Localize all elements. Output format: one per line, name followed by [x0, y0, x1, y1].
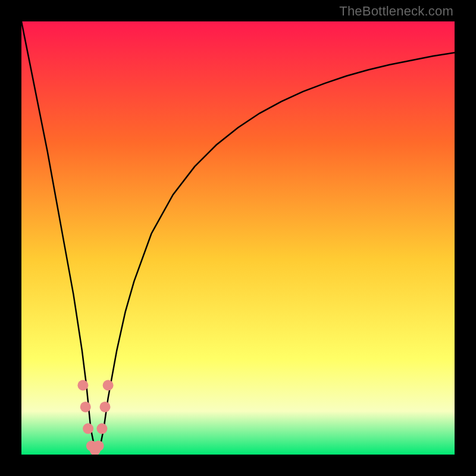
chart-area — [21, 21, 455, 455]
curve-marker — [80, 402, 91, 412]
curve-marker — [100, 402, 111, 412]
curve-marker — [103, 380, 114, 391]
curve-marker — [96, 423, 107, 434]
watermark-text: TheBottleneck.com — [339, 4, 453, 19]
curve-marker — [93, 440, 104, 451]
curve-marker — [83, 423, 93, 434]
chart-svg — [21, 21, 455, 455]
curve-marker — [77, 380, 88, 391]
